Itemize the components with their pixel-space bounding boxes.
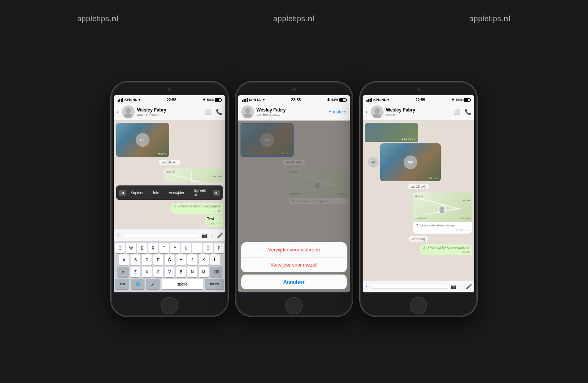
contact-status-1: aan het typen... bbox=[137, 113, 203, 116]
map-bubble-3: Mijlberg De Dom Hondsberg Lamberg 📍 Live… bbox=[413, 192, 472, 234]
status-bar-2: KPN NL ▾ 22:58 ✱ 54% bbox=[238, 95, 350, 104]
kb-f[interactable]: F bbox=[153, 254, 163, 265]
signal-bar bbox=[242, 100, 243, 102]
phone-icon-1[interactable]: 📞 bbox=[216, 109, 222, 115]
contact-name-1: Wesley Fabry bbox=[137, 107, 203, 113]
kb-l[interactable]: L bbox=[210, 254, 220, 265]
kb-i[interactable]: I bbox=[192, 243, 202, 253]
kb-j[interactable]: J bbox=[187, 254, 197, 265]
message-input-1[interactable] bbox=[122, 234, 200, 237]
back-button-1[interactable]: ‹ bbox=[117, 108, 119, 115]
phone-2: KPN NL ▾ 22:58 ✱ 54% bbox=[235, 82, 353, 317]
forward-btn-3[interactable]: ↩ bbox=[368, 157, 379, 168]
header-info-3: Wesley Fabry online bbox=[386, 107, 451, 116]
chat-area-3: ★ 08:14 ✓✓ ↩ GIF 08:45 ✓ wo 18 okt. bbox=[363, 121, 474, 280]
map-area-1: Mijlberg De Dom Hondsberg Lamberg bbox=[164, 168, 223, 182]
kb-q[interactable]: Q bbox=[115, 243, 125, 253]
kb-c[interactable]: C bbox=[153, 267, 163, 277]
plus-button-1[interactable]: + bbox=[116, 231, 120, 239]
contact-name-3: Wesley Fabry bbox=[386, 107, 451, 113]
kb-r[interactable]: R bbox=[148, 243, 158, 253]
back-button-3[interactable]: ‹ bbox=[366, 108, 368, 115]
status-right-1: ✱ 54% bbox=[203, 98, 222, 102]
message-input-3[interactable] bbox=[371, 285, 448, 289]
gif-message-3-top: ★ 08:14 ✓✓ bbox=[365, 123, 418, 142]
kb-g[interactable]: G bbox=[165, 254, 175, 265]
kb-n[interactable]: N bbox=[187, 267, 197, 277]
dots-icon-3[interactable]: ⋮ bbox=[459, 284, 464, 289]
dots-icon-1[interactable]: ⋮ bbox=[210, 232, 215, 238]
kb-shift[interactable]: ⇧ bbox=[117, 267, 129, 277]
home-button-3[interactable] bbox=[410, 297, 427, 314]
plus-button-3[interactable]: + bbox=[365, 283, 369, 290]
kb-d[interactable]: D bbox=[142, 254, 152, 265]
gif-container-3: ↩ GIF 08:45 ✓ bbox=[365, 143, 472, 181]
battery-1: 54% bbox=[207, 98, 222, 102]
phone-icon-3[interactable]: 📞 bbox=[465, 109, 471, 115]
kb-x[interactable]: X bbox=[142, 267, 152, 277]
deleted-msg-1: ⊘ U hebt dit bericht verwijderd. 7:58 bbox=[171, 203, 223, 214]
ctx-delete-1[interactable]: Verwijder bbox=[167, 190, 186, 196]
camera-icon-1[interactable]: 📷 bbox=[201, 232, 208, 238]
map-bubble-1: Mijlberg De Dom Hondsberg Lamberg 📍 Live… bbox=[164, 168, 223, 182]
signal-bars-3 bbox=[366, 98, 372, 102]
location-text-3: Live locatie delen gestopt bbox=[420, 224, 454, 227]
deleted-text-1: ⊘ U hebt dit bericht verwijderd. bbox=[173, 204, 221, 208]
kb-123[interactable]: 123 bbox=[115, 279, 129, 289]
kb-u[interactable]: U bbox=[181, 243, 191, 253]
battery-3: 54% bbox=[456, 98, 470, 102]
status-right-3: ✱ 54% bbox=[451, 98, 470, 102]
kb-s[interactable]: S bbox=[130, 254, 140, 265]
kb-m[interactable]: M bbox=[199, 267, 209, 277]
action-sheet-cancel-btn[interactable]: Annuleer bbox=[241, 275, 347, 289]
camera-icon-3[interactable]: 📷 bbox=[450, 284, 456, 289]
signal-bar bbox=[244, 99, 245, 102]
ctx-next-1[interactable]: ► bbox=[213, 190, 220, 196]
action-sheet-overlay: Verwijder voor iedereen Verwijder voor m… bbox=[238, 121, 350, 292]
delete-myself-btn[interactable]: Verwijder voor mezelf bbox=[241, 257, 347, 272]
delete-everyone-btn[interactable]: Verwijder voor iedereen bbox=[241, 242, 347, 257]
kb-z[interactable]: Z bbox=[130, 267, 140, 277]
kb-backspace[interactable]: ⌫ bbox=[210, 267, 222, 277]
kb-t[interactable]: T bbox=[159, 243, 169, 253]
phone-1-device: KPN NL ▾ 22:58 ✱ 54% ‹ bbox=[111, 82, 228, 317]
ctx-speak-1[interactable]: Spreek uit bbox=[192, 188, 210, 198]
phone-3-screen: KPN NL ▾ 22:59 ✱ 54% ‹ bbox=[363, 95, 474, 292]
phone-1: KPN NL ▾ 22:58 ✱ 54% ‹ bbox=[111, 82, 228, 317]
kb-y[interactable]: Y bbox=[170, 243, 180, 253]
mic-icon-1[interactable]: 🎤 bbox=[217, 232, 223, 238]
home-button-1[interactable] bbox=[161, 297, 178, 314]
signal-bar bbox=[121, 99, 122, 102]
video-icon-3[interactable]: ⬜ bbox=[454, 109, 460, 115]
kb-o[interactable]: O bbox=[203, 243, 213, 253]
input-icons-3: 📷 ⋮ 🎤 bbox=[450, 284, 472, 289]
kb-b[interactable]: B bbox=[176, 267, 186, 277]
ctx-prev-1[interactable]: ◄ bbox=[119, 190, 126, 196]
video-icon-1[interactable]: ⬜ bbox=[205, 109, 211, 115]
kb-globe[interactable]: 🌐 bbox=[131, 279, 145, 289]
kb-e[interactable]: E bbox=[137, 243, 147, 253]
kb-a[interactable]: A bbox=[119, 254, 129, 265]
kb-k[interactable]: K bbox=[199, 254, 209, 265]
map-area-3: Mijlberg De Dom Hondsberg Lamberg bbox=[413, 192, 472, 222]
wifi-icon-3: ▾ bbox=[387, 98, 389, 102]
kb-return[interactable]: return bbox=[205, 279, 224, 289]
kb-row-2: A S D F G H J K L bbox=[114, 253, 225, 265]
chat-area-1: GIF 08:45 ✓ wo 18 okt. bbox=[114, 121, 225, 229]
ctx-info-1[interactable]: Info bbox=[151, 190, 161, 196]
mic-icon-3[interactable]: 🎤 bbox=[466, 284, 472, 289]
kb-mic-kb[interactable]: 🎤 bbox=[146, 279, 160, 289]
ctx-copy-1[interactable]: Kopieer bbox=[129, 190, 145, 196]
home-button-2[interactable] bbox=[285, 297, 303, 314]
signal-bar bbox=[245, 99, 246, 102]
kb-h[interactable]: H bbox=[176, 254, 186, 265]
deleted-time-3: 22:58 bbox=[422, 250, 470, 254]
kb-p[interactable]: P bbox=[214, 243, 224, 253]
input-area-3: + 📷 ⋮ 🎤 bbox=[363, 280, 474, 292]
annuleer-header-btn[interactable]: Annuleer bbox=[329, 109, 347, 115]
watermark-1: appletips.nl bbox=[77, 14, 119, 23]
kb-v[interactable]: V bbox=[165, 267, 175, 277]
kb-w[interactable]: W bbox=[126, 243, 136, 253]
wa-header-1: ‹ Wesley Fabry aan het typen... ⬜ 📞 bbox=[114, 104, 225, 121]
kb-space[interactable]: spatie bbox=[162, 279, 203, 289]
